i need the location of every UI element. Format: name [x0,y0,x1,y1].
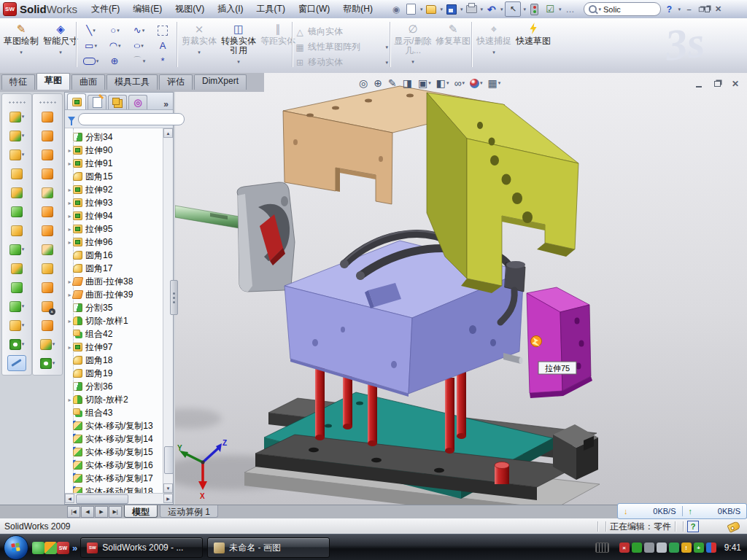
menu-item[interactable]: 工具(T) [250,1,292,17]
tree-item[interactable]: ▸ 拉伸93 [65,196,173,209]
lofted-boss-icon[interactable] [11,185,23,200]
freeform-icon[interactable] [42,204,54,219]
taskbar-button[interactable]: 未命名 - 画图 [207,537,330,558]
tree-item[interactable]: 实体-移动/复制14 [65,432,173,446]
save-icon[interactable] [445,3,458,15]
select-dropdown[interactable]: ▾ [523,7,526,12]
quick-tips-icon[interactable]: ? [687,521,699,532]
apply-scene-icon[interactable]: ▦▾ [487,77,500,89]
open-file-icon[interactable] [425,3,438,15]
ruled-surface-icon[interactable] [42,128,54,143]
tree-item[interactable]: 圆角18 [65,354,173,367]
line-tool-icon[interactable]: ╲▾ [79,23,103,38]
tree-item[interactable]: 圆角16 [65,249,173,262]
doc-minimize-button[interactable] [693,79,705,89]
view-orientation-icon[interactable]: ▣▾ [418,77,431,89]
thicken-icon[interactable] [42,261,54,276]
expand-arrow-icon[interactable]: ▸ [66,318,73,324]
warning-icon[interactable]: ! [681,542,692,553]
standing-pin[interactable] [495,462,509,485]
tree-item[interactable]: 实体-移动/复制15 [65,446,173,459]
tree-item[interactable]: 组合43 [65,406,173,419]
sketch-text-icon[interactable]: A [151,38,175,53]
model-tab[interactable]: 模型 [124,505,158,518]
expand-arrow-icon[interactable]: ▸ [66,160,73,167]
close-button[interactable]: ✕ [712,4,724,15]
curves-icon[interactable]: ▾ [9,337,25,351]
print-dropdown[interactable]: ▾ [480,7,483,12]
tree-item[interactable]: ▸ 拉伸95 [65,222,173,236]
tree-item[interactable]: ▸ 曲面-拉伸38 [65,275,173,288]
quicklaunch-overflow-icon[interactable]: » [72,542,77,553]
tree-item[interactable]: ▸ 拉伸91 [65,157,173,170]
fillet-icon[interactable]: ▾ [9,147,25,162]
tree-item[interactable]: 实体-移动/复制18 [65,485,173,493]
panel-overflow-button[interactable]: » [159,99,173,109]
tree-filter-input[interactable] [78,113,185,125]
expand-arrow-icon[interactable]: ▸ [66,397,73,403]
ribbon-tab[interactable]: DimXpert [194,74,247,90]
scroll-right-button[interactable]: ▶ [163,494,173,503]
tree-item[interactable]: 分割36 [65,380,173,393]
zoom-fit-icon[interactable]: ◎ [359,77,368,89]
lofted-surface-icon[interactable] [42,166,54,181]
options-icon[interactable]: ☑ [543,3,557,15]
circle-tool-icon[interactable]: ○▾ [103,23,127,38]
horizontal-scroll-thumb[interactable] [76,494,128,504]
tree-item[interactable]: 实体-移动/复制16 [65,459,173,472]
sync-ball-icon[interactable] [706,542,716,553]
combine-bodies-icon[interactable] [11,261,23,276]
tab-nav-button[interactable]: ▶| [109,506,122,518]
motion-study-tab[interactable]: 运动算例 1 [160,505,218,518]
expand-arrow-icon[interactable]: ▸ [66,344,73,351]
surface-fillet-icon[interactable]: ▾ [40,337,55,351]
new-file-dropdown[interactable]: ▾ [420,7,423,12]
ribbon-tab[interactable]: 草图 [36,73,70,90]
search-dropdown[interactable]: ▾ [599,7,602,12]
rapid-sketch-button[interactable]: 快速草图 [515,21,551,46]
pin-icon[interactable]: ◉ [390,3,403,15]
extruded-cut-icon[interactable]: ▾ [9,128,25,143]
sketch-fillet-icon[interactable]: ⌒▾ [127,53,151,69]
boundary-surface-icon[interactable] [42,185,54,200]
zoom-selection-icon[interactable]: ✎ [388,77,398,89]
taskbar-button[interactable]: SW SolidWorks 2009 - ... [80,537,203,558]
flex-icon[interactable] [42,280,54,295]
doc-restore-button[interactable] [711,79,723,89]
tree-item[interactable]: 分割34 [65,131,173,144]
tree-item[interactable]: ▸ 拉伸94 [65,209,173,222]
messenger-icon[interactable] [32,542,44,554]
split-body-icon[interactable] [11,280,23,295]
taskbar-clock[interactable]: 9:41 [724,542,741,553]
new-file-icon[interactable] [405,3,418,15]
expand-arrow-icon[interactable]: ▸ [66,147,73,154]
extruded-boss-icon[interactable]: ▾ [9,109,25,124]
circular-pattern-icon[interactable]: ⊕ [103,53,127,69]
tab-nav-button[interactable]: ◀ [81,506,94,518]
pattern-icon[interactable]: ▾ [9,242,25,257]
tree-item[interactable]: 组合42 [65,327,173,341]
ribbon-tab[interactable]: 特征 [1,74,35,90]
tree-item[interactable]: 圆角19 [65,367,173,380]
tab-nav-button[interactable]: |◀ [67,506,80,518]
start-button[interactable] [4,535,28,560]
configurationmanager-tab[interactable] [108,95,127,109]
tree-horizontal-scrollbar[interactable]: ◀ ▶ [65,493,173,504]
featuremanager-tab[interactable] [67,93,86,109]
tree-item[interactable]: ▸ 切除-放样1 [65,314,173,327]
tree-item[interactable]: 圆角17 [65,262,173,275]
tree-item[interactable]: 分割35 [65,301,173,314]
tree-item[interactable]: ▸ 拉伸90 [65,144,173,157]
delete-face-icon[interactable] [42,299,54,314]
extruded-surface-icon[interactable] [42,147,54,162]
search-input[interactable]: Solic [603,5,621,14]
ribbon-tab[interactable]: 模具工具 [107,74,158,90]
point-tool-icon[interactable]: * [151,53,175,69]
move-copy-body-icon[interactable]: ▾ [9,299,25,314]
solidworks-quicklaunch-icon[interactable]: SW [57,542,69,554]
tree-item[interactable]: 圆角15 [65,170,173,183]
display-style-icon[interactable]: ◧▾ [436,77,449,89]
ribbon-tab[interactable]: 评估 [159,74,193,90]
boundary-boss-icon[interactable] [11,204,23,219]
slot-tool-icon[interactable]: ▾ [79,53,103,69]
